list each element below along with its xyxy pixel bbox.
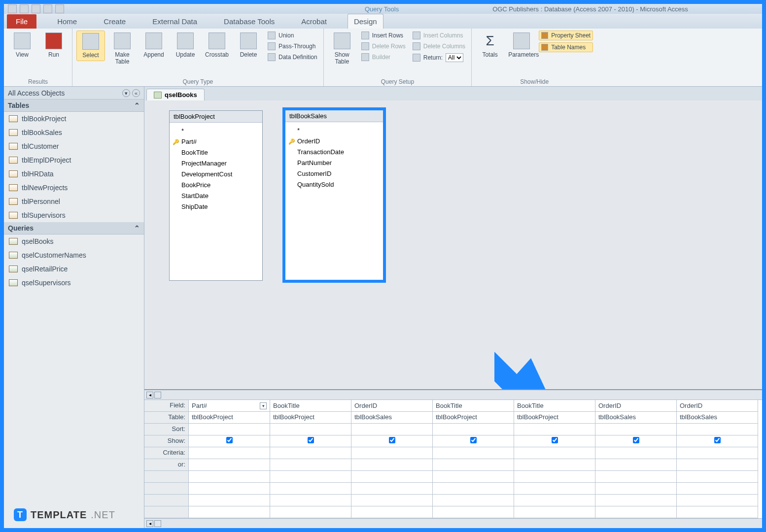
- grid-cell-blank[interactable]: [351, 506, 433, 518]
- grid-cell-table-0[interactable]: tblBookProject: [189, 412, 270, 424]
- grid-cell-blank[interactable]: [189, 483, 270, 495]
- grid-cell-sort-1[interactable]: [270, 424, 351, 435]
- grid-cell-sort-4[interactable]: [514, 424, 595, 435]
- quick-access-toolbar[interactable]: [4, 4, 64, 13]
- nav-collapse-icon[interactable]: «: [132, 89, 140, 97]
- grid-cell-blank[interactable]: [677, 483, 758, 495]
- totals-button[interactable]: ΣTotals: [476, 31, 504, 60]
- field-all[interactable]: *: [181, 126, 259, 136]
- grid-cell-blank[interactable]: [189, 471, 270, 483]
- nav-item-qselbooks[interactable]: qselBooks: [4, 234, 144, 248]
- table-box-tblbooksales[interactable]: tblBookSales *OrderIDTransactionDatePart…: [282, 107, 386, 283]
- tab-home[interactable]: Home: [51, 14, 83, 29]
- nav-item-tblhrdata[interactable]: tblHRData: [4, 167, 144, 181]
- nav-item-qselretailprice[interactable]: qselRetailPrice: [4, 262, 144, 276]
- grid-cell-blank[interactable]: [677, 506, 758, 518]
- field-transactiondate[interactable]: TransactionDate: [297, 147, 380, 158]
- grid-cell-show-2[interactable]: [351, 435, 433, 447]
- show-table-button[interactable]: Show Table: [328, 31, 356, 67]
- qat-icon[interactable]: [8, 4, 17, 13]
- field-customerid[interactable]: CustomerID: [297, 168, 380, 179]
- nav-item-tblsupervisors[interactable]: tblSupervisors: [4, 208, 144, 222]
- field-partnumber[interactable]: PartNumber: [297, 158, 380, 168]
- grid-cell-sort-6[interactable]: [677, 424, 758, 435]
- tab-external-data[interactable]: External Data: [146, 14, 203, 29]
- grid-cell-blank[interactable]: [270, 495, 351, 506]
- grid-cell-blank[interactable]: [351, 471, 433, 483]
- passthrough-button[interactable]: Pass-Through: [266, 41, 319, 51]
- qat-icon[interactable]: [55, 4, 64, 13]
- select-query-button[interactable]: Select: [76, 31, 105, 61]
- nav-item-tblpersonnel[interactable]: tblPersonnel: [4, 195, 144, 208]
- grid-cell-show-1[interactable]: [270, 435, 351, 447]
- nav-item-tblempldproject[interactable]: tblEmplDProject: [4, 153, 144, 167]
- nav-item-qselsupervisors[interactable]: qselSupervisors: [4, 276, 144, 290]
- grid-cell-blank[interactable]: [270, 483, 351, 495]
- field-bookprice[interactable]: BookPrice: [181, 180, 259, 191]
- crosstab-button[interactable]: Crosstab: [203, 31, 231, 60]
- document-tab-qselbooks[interactable]: qselBooks: [146, 89, 205, 100]
- show-checkbox[interactable]: [226, 437, 233, 443]
- tab-create[interactable]: Create: [98, 14, 132, 29]
- show-checkbox[interactable]: [470, 437, 477, 443]
- nav-item-qselcustomernames[interactable]: qselCustomerNames: [4, 248, 144, 262]
- grid-cell-table-5[interactable]: tblBookSales: [595, 412, 677, 424]
- field-projectmanager[interactable]: ProjectManager: [181, 158, 259, 169]
- scroll-left-icon[interactable]: ◂: [146, 520, 153, 527]
- grid-cell-field-1[interactable]: BookTitle: [270, 400, 351, 412]
- grid-bottom-scrollbar[interactable]: ◂: [144, 518, 762, 528]
- grid-cell-show-5[interactable]: [595, 435, 677, 447]
- grid-cell-blank[interactable]: [677, 495, 758, 506]
- grid-cell-table-2[interactable]: tblBookSales: [351, 412, 433, 424]
- grid-cell-table-3[interactable]: tblBookProject: [433, 412, 514, 424]
- grid-cell-criteria-2[interactable]: [351, 447, 433, 459]
- field-booktitle[interactable]: BookTitle: [181, 147, 259, 158]
- scroll-thumb[interactable]: [154, 520, 161, 527]
- make-table-button[interactable]: Make Table: [108, 31, 137, 67]
- grid-cell-blank[interactable]: [514, 471, 595, 483]
- scroll-thumb[interactable]: [154, 392, 161, 399]
- field-shipdate[interactable]: ShipDate: [181, 201, 259, 212]
- show-checkbox[interactable]: [389, 437, 395, 443]
- field-all[interactable]: *: [297, 125, 380, 136]
- insert-columns-button[interactable]: Insert Columns: [411, 31, 467, 40]
- grid-scrollbar[interactable]: ◂: [144, 390, 762, 400]
- grid-cell-table-6[interactable]: tblBookSales: [677, 412, 758, 424]
- grid-cell-sort-2[interactable]: [351, 424, 433, 435]
- grid-cell-blank[interactable]: [270, 506, 351, 518]
- delete-query-button[interactable]: Delete: [234, 31, 263, 60]
- update-button[interactable]: Update: [171, 31, 200, 60]
- grid-cell-criteria-1[interactable]: [270, 447, 351, 459]
- grid-cell-criteria-0[interactable]: [189, 447, 270, 459]
- nav-dropdown-icon[interactable]: ▾: [122, 89, 130, 97]
- tab-database-tools[interactable]: Database Tools: [218, 14, 280, 29]
- nav-item-tblbooksales[interactable]: tblBookSales: [4, 126, 144, 139]
- grid-cell-blank[interactable]: [270, 471, 351, 483]
- grid-cell-table-4[interactable]: tblBookProject: [514, 412, 595, 424]
- field-orderid[interactable]: OrderID: [297, 136, 380, 147]
- tab-design[interactable]: Design: [348, 14, 383, 29]
- grid-cell-blank[interactable]: [595, 506, 677, 518]
- grid-cell-field-6[interactable]: OrderID: [677, 400, 758, 412]
- union-button[interactable]: Union: [266, 31, 319, 40]
- query-design-canvas[interactable]: tblBookProject *Part#BookTitleProjectMan…: [144, 100, 762, 389]
- field-startdate[interactable]: StartDate: [181, 191, 259, 201]
- tab-acrobat[interactable]: Acrobat: [295, 14, 333, 29]
- grid-cell-blank[interactable]: [433, 495, 514, 506]
- grid-cell-blank[interactable]: [595, 495, 677, 506]
- grid-cell-field-4[interactable]: BookTitle: [514, 400, 595, 412]
- grid-cell-criteria-3[interactable]: [433, 447, 514, 459]
- grid-cell-blank[interactable]: [351, 495, 433, 506]
- field-developmentcost[interactable]: DevelopmentCost: [181, 169, 259, 180]
- grid-cell-blank[interactable]: [677, 471, 758, 483]
- grid-cell-show-0[interactable]: [189, 435, 270, 447]
- run-button[interactable]: Run: [39, 31, 68, 60]
- grid-cell-sort-0[interactable]: [189, 424, 270, 435]
- grid-cell-field-0[interactable]: Part#▾: [189, 400, 270, 412]
- nav-item-tblcustomer[interactable]: tblCustomer: [4, 139, 144, 153]
- grid-cell-or-1[interactable]: [270, 459, 351, 471]
- delete-columns-button[interactable]: Delete Columns: [411, 41, 467, 51]
- grid-cell-sort-3[interactable]: [433, 424, 514, 435]
- return-select[interactable]: All: [446, 53, 463, 62]
- grid-cell-blank[interactable]: [351, 483, 433, 495]
